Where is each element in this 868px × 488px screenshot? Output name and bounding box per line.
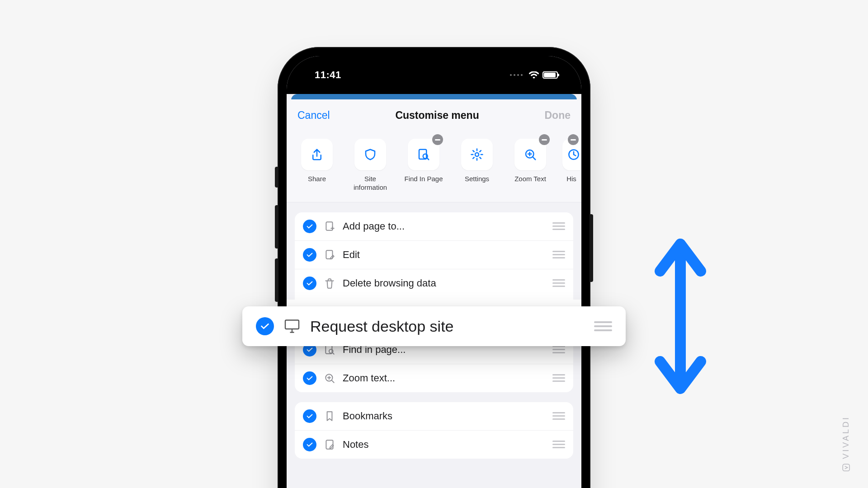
status-time: 11:41 [315,69,341,81]
zoom-icon [324,372,335,384]
done-button[interactable]: Done [545,109,571,122]
check-icon[interactable] [303,277,316,290]
row-label: Zoom text... [343,372,545,384]
svg-rect-2 [843,464,849,471]
gear-icon [461,139,493,170]
drag-handle-icon[interactable] [552,221,565,232]
row-label: Add page to... [343,221,545,232]
side-button [275,167,278,188]
shield-icon [354,139,386,170]
drag-handle-icon[interactable] [552,439,565,450]
watermark-text: VIVALDI [841,416,851,459]
bookmark-icon [324,410,335,422]
wifi-icon [529,71,539,79]
check-icon[interactable] [303,409,316,423]
dynamic-island [396,64,472,84]
phone-screen: 11:41 Cancel Customise menu Done ShareSi… [287,56,581,488]
menu-row[interactable]: Delete browsing data [295,269,573,297]
volume-up-button [275,205,278,249]
desktop-icon [284,318,300,334]
power-button [590,214,593,282]
sheet-title: Customise menu [395,109,479,122]
card-label: Settings [465,175,489,191]
remove-card-icon[interactable] [432,134,443,145]
check-icon[interactable] [303,248,316,262]
cellular-dots-icon [510,74,523,76]
card-label: Site information [349,175,392,192]
dragged-row[interactable]: Request desktop site [242,306,626,346]
drag-handle-icon[interactable] [594,319,612,333]
row-label: Bookmarks [343,410,545,422]
row-label: Notes [343,439,545,450]
menu-group-2: BookmarksNotes [295,402,573,459]
menu-row[interactable]: Bookmarks [295,402,573,430]
toolbar-card[interactable]: His [562,139,580,192]
toolbar-card[interactable]: Find In Page [402,139,445,192]
check-icon[interactable] [256,317,274,335]
menu-row[interactable]: Zoom text... [295,364,573,392]
vivaldi-watermark: VIVALDI [841,416,851,472]
drag-handle-icon[interactable] [552,249,565,260]
check-icon[interactable] [303,438,316,451]
card-label: Share [308,175,326,191]
edit-icon [324,249,335,261]
toolbar-card[interactable]: Zoom Text [509,139,552,192]
check-icon[interactable] [303,220,316,233]
card-label: Find In Page [404,175,443,191]
remove-card-icon[interactable] [539,134,550,145]
menu-row[interactable]: Add page to... [295,212,573,240]
add-page-icon [324,221,335,232]
cancel-button[interactable]: Cancel [297,109,330,122]
svg-rect-0 [285,320,299,329]
notes-icon [324,439,335,450]
menu-row[interactable]: Edit [295,240,573,269]
vivaldi-logo-icon [842,464,850,472]
card-label: His [566,175,576,191]
row-label: Edit [343,249,545,261]
drag-arrow-illustration [651,226,710,407]
battery-icon [542,71,558,79]
drag-handle-icon[interactable] [552,277,565,289]
check-icon[interactable] [303,371,316,385]
remove-card-icon[interactable] [568,134,579,145]
row-label: Delete browsing data [343,277,545,289]
menu-row[interactable]: Notes [295,430,573,459]
drag-handle-icon[interactable] [552,410,565,422]
card-label: Zoom Text [514,175,546,191]
phone-frame: 11:41 Cancel Customise menu Done ShareSi… [278,47,590,488]
drag-handle-icon[interactable] [552,372,565,384]
toolbar-card[interactable]: Settings [456,139,498,192]
share-icon [301,139,333,170]
toolbar-card[interactable]: Site information [349,139,392,192]
trash-icon [324,277,335,289]
volume-down-button [275,258,278,302]
dragged-row-label: Request desktop site [310,318,584,335]
customise-sheet: Cancel Customise menu Done ShareSite inf… [287,99,581,459]
toolbar-card[interactable]: Share [296,139,338,192]
toolbar-cards[interactable]: ShareSite informationFind In PageSetting… [287,131,581,202]
